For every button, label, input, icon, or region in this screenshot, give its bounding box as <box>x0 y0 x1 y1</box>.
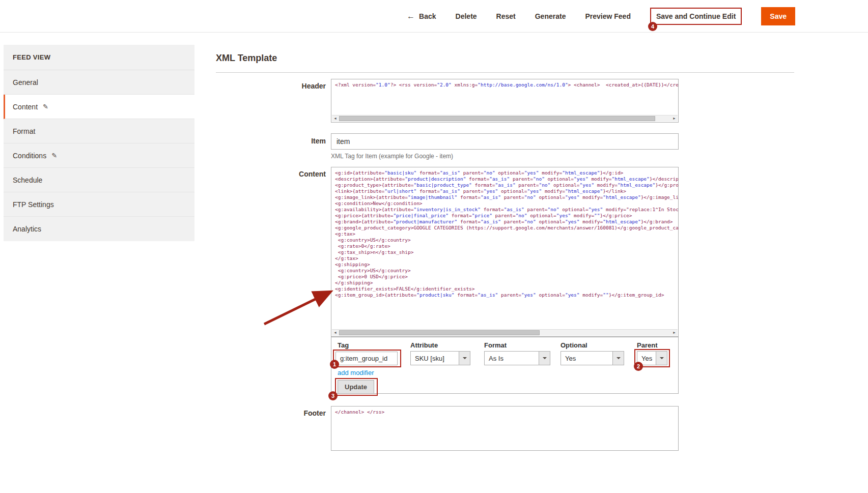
sidebar-item-label: Format <box>13 127 35 135</box>
sidebar-item-analytics[interactable]: Analytics <box>4 217 194 241</box>
title-divider <box>216 72 794 73</box>
save-button[interactable]: Save <box>761 7 795 25</box>
scrollbar-thumb[interactable] <box>339 330 540 335</box>
page-root: ← Back Delete Reset Generate Preview Fee… <box>0 0 868 493</box>
parent-column-header: Parent <box>637 341 657 349</box>
scrollbar-thumb[interactable] <box>339 116 655 121</box>
delete-button[interactable]: Delete <box>456 12 477 20</box>
attribute-select[interactable]: SKU [sku] <box>410 351 470 365</box>
header-code-editor[interactable]: <?xml version="1.0"?> <rss version="2.0"… <box>331 79 679 123</box>
header-field-label: Header <box>216 82 326 90</box>
back-button-label: Back <box>419 12 436 20</box>
optional-select-value: Yes <box>561 352 612 365</box>
sidebar-item-ftp-settings[interactable]: FTP Settings <box>4 192 194 217</box>
item-input[interactable] <box>331 133 679 150</box>
pencil-edit-icon: ✎ <box>51 152 57 159</box>
sidebar-item-label: FTP Settings <box>13 200 54 209</box>
chevron-down-icon <box>459 352 470 365</box>
sidebar-item-label: Conditions <box>13 152 46 160</box>
format-select[interactable]: As Is <box>484 351 550 365</box>
tag-column-header: Tag <box>338 341 349 349</box>
sidebar-item-label: Content <box>13 103 38 111</box>
top-toolbar: ← Back Delete Reset Generate Preview Fee… <box>0 0 868 33</box>
item-field-note: XML Tag for Item (example for Google - i… <box>331 153 453 160</box>
main-content: XML Template Header <?xml version="1.0"?… <box>216 53 796 491</box>
annotation-badge-3: 3 <box>328 391 338 400</box>
save-continue-highlight-box: Save and Continue Edit 4 <box>650 8 742 25</box>
annotation-badge-4: 4 <box>648 22 657 31</box>
content-horizontal-scrollbar[interactable]: ◄ ► <box>332 329 678 336</box>
scroll-right-icon[interactable]: ► <box>671 115 678 122</box>
preview-feed-button[interactable]: Preview Feed <box>585 12 631 20</box>
annotation-badge-1: 1 <box>330 360 339 369</box>
sidebar-item-label: Schedule <box>13 176 42 184</box>
content-field-label: Content <box>216 170 326 178</box>
reset-button[interactable]: Reset <box>496 12 516 20</box>
scroll-left-icon[interactable]: ◄ <box>332 330 339 336</box>
chevron-down-icon <box>656 352 667 365</box>
header-horizontal-scrollbar[interactable]: ◄ ► <box>332 115 678 122</box>
item-field-label: Item <box>216 137 326 145</box>
content-code-text: <g:id>{attribute="basic|sku" format="as_… <box>331 167 678 301</box>
attribute-column-header: Attribute <box>410 341 438 349</box>
attribute-select-value: SKU [sku] <box>411 352 459 365</box>
sidebar-item-schedule[interactable]: Schedule <box>4 168 194 192</box>
back-button[interactable]: ← Back <box>407 12 436 20</box>
chevron-down-icon <box>539 352 550 365</box>
annotation-badge-2: 2 <box>634 362 643 371</box>
tag-input[interactable] <box>335 352 398 365</box>
sidebar-item-label: General <box>13 78 38 86</box>
footer-field-label: Footer <box>216 409 326 417</box>
footer-code-text: </channel> </rss> <box>331 407 678 418</box>
tag-editor-panel: Tag Attribute Format Optional Parent 1 S… <box>331 337 679 394</box>
pencil-edit-icon: ✎ <box>43 103 48 110</box>
format-select-value: As Is <box>485 352 539 365</box>
chevron-down-icon <box>612 352 624 365</box>
sidebar-item-content[interactable]: Content ✎ <box>4 95 194 119</box>
sidebar-title: FEED VIEW <box>4 45 194 70</box>
sidebar-item-label: Analytics <box>13 225 41 233</box>
format-column-header: Format <box>484 341 507 349</box>
scroll-right-icon[interactable]: ► <box>671 330 678 336</box>
sidebar-item-conditions[interactable]: Conditions ✎ <box>4 143 194 168</box>
header-code-text: <?xml version="1.0"?> <rss version="2.0"… <box>331 79 678 91</box>
update-button[interactable]: Update <box>338 380 374 394</box>
content-code-editor[interactable]: <g:id>{attribute="basic|sku" format="as_… <box>331 167 679 337</box>
optional-column-header: Optional <box>561 341 587 349</box>
scroll-left-icon[interactable]: ◄ <box>332 115 339 122</box>
footer-code-editor[interactable]: </channel> </rss> <box>331 406 679 451</box>
sidebar-item-format[interactable]: Format <box>4 119 194 143</box>
sidebar-item-general[interactable]: General <box>4 70 194 95</box>
generate-button[interactable]: Generate <box>535 12 566 20</box>
back-arrow-icon: ← <box>407 12 415 20</box>
add-modifier-link[interactable]: add modifier <box>338 369 374 376</box>
page-title: XML Template <box>216 53 796 64</box>
save-and-continue-button[interactable]: Save and Continue Edit <box>656 12 736 20</box>
feed-view-sidebar: FEED VIEW General Content ✎ Format Condi… <box>4 45 194 241</box>
optional-select[interactable]: Yes <box>561 351 624 365</box>
